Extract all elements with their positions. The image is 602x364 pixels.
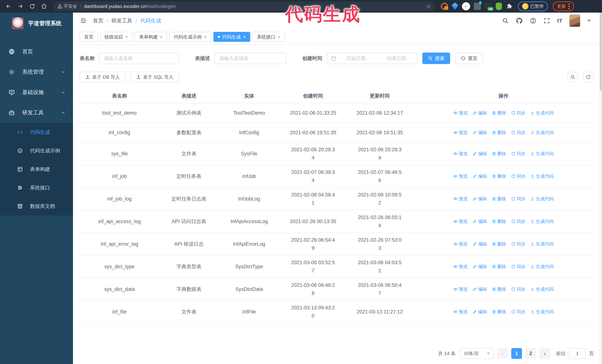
home-icon[interactable] xyxy=(39,1,49,11)
table-desc-input[interactable] xyxy=(215,52,286,64)
page-button-2[interactable]: 2 xyxy=(525,348,536,359)
edit-link[interactable]: 编辑 xyxy=(473,128,487,137)
edit-link[interactable]: 编辑 xyxy=(473,195,487,203)
tab-form-builder[interactable]: 表单构建× xyxy=(135,32,167,42)
delete-link[interactable]: 删除 xyxy=(492,308,506,316)
sync-link[interactable]: 同步 xyxy=(511,240,526,248)
browser-menu-icon[interactable] xyxy=(569,3,570,9)
profile-paused-chip[interactable]: 已暂停 xyxy=(518,1,548,11)
sync-link[interactable]: 同步 xyxy=(511,285,526,293)
preview-link[interactable]: 预览 xyxy=(453,128,468,137)
sidebar-item-codegen-example[interactable]: 代码生成示例 xyxy=(0,141,73,160)
close-icon[interactable]: × xyxy=(243,34,246,39)
delete-link[interactable]: 删除 xyxy=(492,172,506,180)
edit-link[interactable]: 编辑 xyxy=(473,150,487,158)
generate-code-link[interactable]: 生成代码 xyxy=(530,217,554,226)
generate-code-link[interactable]: 生成代码 xyxy=(530,240,554,248)
generate-code-link[interactable]: 生成代码 xyxy=(530,172,554,180)
sync-link[interactable]: 同步 xyxy=(511,308,526,316)
page-button-1[interactable]: 1 xyxy=(511,348,522,359)
address-bar[interactable]: 不安全 dashboard.yudao.iocoder.cn/tool/code… xyxy=(53,1,435,11)
delete-link[interactable]: 删除 xyxy=(492,217,506,226)
preview-link[interactable]: 预览 xyxy=(453,172,468,180)
sidebar-item-system[interactable]: 系统管理 xyxy=(0,62,73,82)
extension-icon-terminal[interactable]: on xyxy=(484,3,492,10)
close-icon[interactable]: × xyxy=(125,34,128,39)
sidebar-item-home[interactable]: 首页 xyxy=(0,42,73,62)
sync-link[interactable]: 同步 xyxy=(511,150,526,158)
edit-link[interactable]: 编辑 xyxy=(473,109,487,117)
tab-codegen[interactable]: 代码生成× xyxy=(213,32,250,42)
search-icon[interactable] xyxy=(502,17,509,24)
page-scrollbar[interactable] xyxy=(599,13,602,364)
date-range-picker[interactable]: 开始日期 - 结束日期 xyxy=(327,52,417,64)
delete-link[interactable]: 删除 xyxy=(492,128,506,137)
preview-link[interactable]: 预览 xyxy=(453,240,468,248)
edit-link[interactable]: 编辑 xyxy=(473,262,487,271)
delete-link[interactable]: 删除 xyxy=(492,240,506,248)
fullscreen-icon[interactable] xyxy=(543,17,550,24)
edit-link[interactable]: 编辑 xyxy=(473,240,487,248)
user-avatar[interactable] xyxy=(570,15,580,27)
sidebar-item-form-builder[interactable]: 表单构建 xyxy=(0,160,73,178)
delete-link[interactable]: 删除 xyxy=(492,285,506,293)
tab-system-api[interactable]: 系统接口× xyxy=(252,32,285,42)
sidebar-item-codegen[interactable]: 代码生成 xyxy=(0,123,73,141)
generate-code-link[interactable]: 生成代码 xyxy=(530,195,554,203)
next-page-button[interactable]: › xyxy=(539,348,550,359)
generate-code-link[interactable]: 生成代码 xyxy=(530,109,554,117)
goto-page-input[interactable] xyxy=(569,348,586,359)
app-logo-row[interactable]: 芋道管理系统 xyxy=(0,13,73,34)
preview-link[interactable]: 预览 xyxy=(453,262,468,271)
extension-icon-bug[interactable] xyxy=(496,3,502,10)
edit-link[interactable]: 编辑 xyxy=(473,285,487,293)
extension-icon-orange[interactable]: 1 xyxy=(441,3,448,10)
tab-codegen-example[interactable]: 代码生成示例× xyxy=(169,32,211,42)
breadcrumb-devtools[interactable]: 研发工具 xyxy=(111,17,132,24)
forward-icon[interactable] xyxy=(15,1,26,11)
import-sql-button[interactable]: 基于 SQL 导入 xyxy=(130,72,179,82)
sync-link[interactable]: 同步 xyxy=(511,217,526,226)
github-icon[interactable] xyxy=(516,17,523,24)
preview-link[interactable]: 预览 xyxy=(453,308,468,316)
sync-link[interactable]: 同步 xyxy=(511,195,526,203)
prev-page-button[interactable]: ‹ xyxy=(497,348,508,359)
extension-icon-gem[interactable] xyxy=(452,3,458,10)
browser-update-button[interactable]: 更新 xyxy=(553,1,574,11)
sidebar-item-system-api[interactable]: 系统接口 xyxy=(0,178,73,197)
search-button[interactable]: 搜索 xyxy=(422,52,450,64)
reset-button[interactable]: 重置 xyxy=(455,52,483,64)
generate-code-link[interactable]: 生成代码 xyxy=(530,308,554,316)
page-size-select[interactable]: 10条/页 xyxy=(460,348,494,359)
close-icon[interactable]: × xyxy=(204,34,206,39)
sidebar-item-infra[interactable]: 基础设施 xyxy=(0,82,73,103)
refresh-button[interactable] xyxy=(583,72,594,83)
edit-link[interactable]: 编辑 xyxy=(473,172,487,180)
breadcrumb-codegen[interactable]: 代码生成 xyxy=(140,17,161,24)
delete-link[interactable]: 删除 xyxy=(492,262,506,271)
edit-link[interactable]: 编辑 xyxy=(473,308,487,316)
sync-link[interactable]: 同步 xyxy=(511,172,526,180)
preview-link[interactable]: 预览 xyxy=(453,217,468,226)
security-warning[interactable]: 不安全 xyxy=(57,3,77,9)
sync-link[interactable]: 同步 xyxy=(511,128,526,137)
preview-link[interactable]: 预览 xyxy=(453,150,468,158)
close-icon[interactable]: × xyxy=(160,34,163,39)
tab-tracing[interactable]: 链路追踪× xyxy=(100,32,132,42)
user-menu-caret-icon[interactable] xyxy=(587,20,591,22)
preview-link[interactable]: 预览 xyxy=(453,109,468,117)
close-icon[interactable]: × xyxy=(278,34,280,39)
delete-link[interactable]: 删除 xyxy=(492,150,506,158)
back-icon[interactable] xyxy=(3,1,14,11)
table-name-input[interactable] xyxy=(99,52,179,64)
sync-link[interactable]: 同步 xyxy=(511,262,526,271)
help-icon[interactable] xyxy=(530,17,537,24)
extension-icon-columns[interactable] xyxy=(474,3,481,10)
tab-home[interactable]: 首页 xyxy=(80,32,98,42)
delete-link[interactable]: 删除 xyxy=(492,109,506,117)
extensions-puzzle-icon[interactable] xyxy=(506,3,513,10)
font-size-icon[interactable]: tT xyxy=(557,18,562,24)
reload-icon[interactable] xyxy=(27,1,37,11)
extension-icon-check[interactable]: ✓ xyxy=(462,2,470,10)
preview-link[interactable]: 预览 xyxy=(453,285,468,293)
